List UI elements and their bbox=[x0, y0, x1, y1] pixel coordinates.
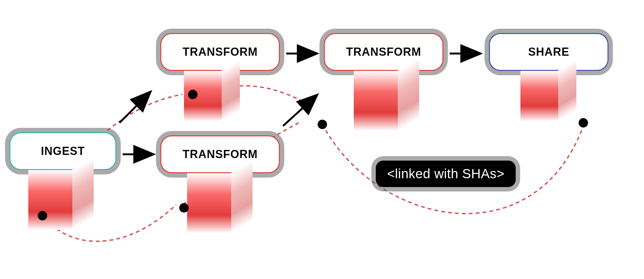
node-transform-top: TRANSFORM bbox=[160, 33, 280, 71]
node-transform-right: TRANSFORM bbox=[324, 33, 443, 71]
dot-transform-right bbox=[318, 120, 327, 129]
annotation-linked-shas: <linked with SHAs> bbox=[376, 161, 516, 187]
block-transform-bottom bbox=[187, 173, 253, 233]
node-share: SHARE bbox=[489, 33, 608, 71]
pipeline-diagram: INGEST TRANSFORM TRANSFORM TRANSFOR bbox=[0, 0, 644, 279]
pill-share: SHARE bbox=[489, 33, 608, 71]
label-share: SHARE bbox=[528, 45, 569, 59]
node-ingest: INGEST bbox=[9, 132, 116, 170]
pill-transform-right: TRANSFORM bbox=[324, 33, 443, 71]
arrow-transform-bottom-to-right bbox=[283, 94, 318, 126]
label-ingest: INGEST bbox=[41, 145, 85, 158]
annotation-label: <linked with SHAs> bbox=[387, 166, 504, 181]
dot-transform-bottom bbox=[179, 203, 189, 213]
label-transform-top: TRANSFORM bbox=[183, 45, 258, 59]
label-transform-right: TRANSFORM bbox=[346, 45, 421, 59]
block-transform-top bbox=[184, 71, 250, 131]
dot-transform-top bbox=[188, 90, 197, 99]
arrow-ingest-to-transform-top bbox=[119, 91, 151, 123]
node-transform-bottom: TRANSFORM bbox=[160, 135, 280, 173]
block-share bbox=[520, 71, 586, 131]
dot-ingest bbox=[38, 211, 47, 220]
dot-share bbox=[579, 118, 588, 128]
label-transform-bottom: TRANSFORM bbox=[183, 148, 258, 161]
pill-ingest: INGEST bbox=[9, 132, 116, 170]
block-ingest bbox=[28, 170, 94, 230]
block-transform-right bbox=[354, 71, 420, 131]
pill-transform-bottom: TRANSFORM bbox=[160, 135, 280, 173]
pill-transform-top: TRANSFORM bbox=[160, 33, 280, 71]
